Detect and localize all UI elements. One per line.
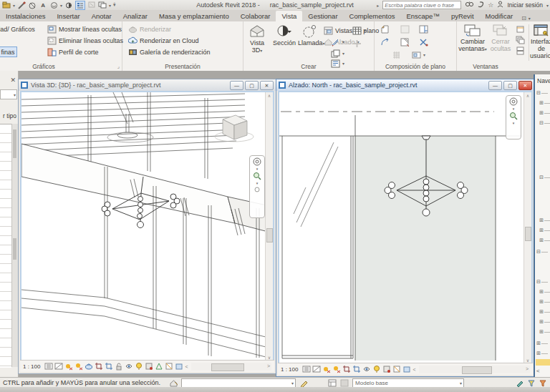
panel-label-composicion[interactable]: Composición de plano	[375, 63, 456, 70]
tree-collapse-icon[interactable]: ⊟	[536, 249, 548, 254]
duplicate-view-icon[interactable]: ▾	[331, 49, 344, 58]
tile-windows-icon[interactable]	[516, 46, 525, 55]
zoom-icon[interactable]	[509, 112, 518, 120]
view-3d-button[interactable]: Vista 3D▾	[245, 24, 269, 54]
dialog-launcher-icon[interactable]: ⌟	[117, 64, 120, 69]
sun-path-icon[interactable]	[322, 365, 331, 373]
tree-expand-icon[interactable]: ⊞	[539, 100, 550, 105]
scroll-up-icon[interactable]: ∧	[266, 93, 273, 98]
undo-dropdown-icon[interactable]: ▾	[60, 3, 62, 8]
tab-anotar[interactable]: Anotar	[86, 11, 117, 21]
properties-close-icon[interactable]: ✕	[10, 77, 16, 84]
user-icon[interactable]	[497, 1, 503, 9]
shadows-icon[interactable]	[332, 365, 341, 373]
wheel-dropdown-icon[interactable]: ▾	[513, 107, 515, 111]
viewport-3d-titlebar[interactable]: Vista 3D: {3D} - rac_basic_sample_projec…	[19, 79, 276, 91]
tree-selected-item[interactable]	[536, 359, 550, 366]
hscroll-left-icon[interactable]: <	[185, 364, 188, 369]
detail-level-icon[interactable]	[302, 365, 311, 373]
viewport-elevation-vscrollbar[interactable]: ∧ ∨	[524, 92, 531, 363]
reveal-hidden-elements-icon[interactable]	[135, 362, 143, 371]
sun-path-icon[interactable]	[64, 362, 73, 371]
search-input[interactable]	[382, 1, 461, 9]
detail-level-icon[interactable]	[44, 362, 53, 371]
render-dialog-icon[interactable]	[85, 362, 93, 371]
measure-icon[interactable]	[17, 1, 26, 9]
section-button[interactable]: Sección	[272, 24, 296, 46]
hscroll-left-icon[interactable]: <	[412, 367, 415, 372]
close-icon[interactable]: ✕	[518, 81, 532, 90]
thin-lines-icon[interactable]	[75, 1, 85, 10]
communication-icon[interactable]	[49, 1, 58, 9]
text-icon[interactable]: A	[39, 1, 47, 9]
scroll-down-icon[interactable]: ∨	[524, 358, 531, 363]
drafting-view-icon[interactable]: ▾	[331, 37, 344, 46]
tab-modificar[interactable]: Modificar	[480, 11, 519, 21]
tree-expand-icon[interactable]: ⊞	[539, 289, 550, 294]
hide-analytical-model-icon[interactable]	[155, 362, 163, 371]
zoom-dropdown-icon[interactable]: ▾	[513, 121, 515, 125]
panel-label-presentacion[interactable]: Presentación	[122, 63, 243, 70]
autodesk360-icon[interactable]	[477, 1, 484, 9]
shadows-icon[interactable]	[74, 362, 83, 371]
viewport-elevation-titlebar[interactable]: Alzado: North - rac_basic_sample_project…	[276, 79, 534, 91]
restore-icon[interactable]: ▢	[245, 81, 259, 90]
viewport-elevation-hscrollbar[interactable]: >	[419, 366, 530, 373]
highlight-displacement-icon[interactable]	[165, 362, 173, 371]
minimize-icon[interactable]: —	[488, 81, 502, 90]
guide-grid-icon[interactable]	[400, 37, 410, 46]
tree-expand-icon[interactable]: ⊞	[539, 237, 550, 242]
minimize-icon[interactable]: —	[230, 81, 243, 90]
ribbon-state-icon[interactable]: ⊡	[521, 15, 526, 21]
tree-expand-icon[interactable]: ⊞	[539, 329, 550, 334]
temporary-view-properties-icon[interactable]	[382, 365, 391, 373]
highlight-displacement-icon[interactable]	[392, 365, 401, 373]
revisions-icon[interactable]	[380, 37, 390, 46]
restore-icon[interactable]: ▢	[503, 81, 517, 90]
visibility-graphics-button[interactable]: Visibilidad/ Gráficos	[0, 24, 35, 34]
temporary-view-properties-icon[interactable]	[145, 362, 153, 371]
reveal-hidden-elements-icon[interactable]	[372, 365, 381, 373]
sign-in-button[interactable]: Iniciar sesión	[507, 1, 543, 9]
type-selector[interactable]: ▾	[0, 89, 17, 99]
search-expand-icon[interactable]: ▸	[377, 3, 379, 8]
sign-in-dropdown-icon[interactable]: ▾	[546, 3, 549, 8]
aligned-dimension-icon[interactable]	[28, 1, 37, 9]
user-interface-button[interactable]: Interfaz de usuario▾	[530, 24, 550, 60]
show-crop-region-icon[interactable]	[105, 362, 113, 371]
switch-windows-icon[interactable]	[98, 1, 107, 9]
panel-label-crear[interactable]: Crear	[243, 63, 374, 70]
search-icon[interactable]	[465, 1, 473, 9]
scale-button[interactable]: 1 : 100	[23, 363, 40, 370]
hscroll-right-icon[interactable]: >	[526, 366, 529, 371]
viewport-3d-hscrollbar[interactable]: >	[191, 363, 271, 371]
tab-gestionar[interactable]: Gestionar	[302, 11, 343, 21]
hscroll-right-icon[interactable]: >	[267, 363, 270, 368]
schedules-icon[interactable]: ▾	[352, 26, 366, 35]
tab-pyrevit[interactable]: pyRevit	[445, 11, 480, 21]
tree-expand-icon[interactable]: ⊞	[539, 299, 550, 304]
open-icon[interactable]	[2, 1, 11, 9]
design-options-dropdown-icon[interactable]: ▾	[460, 381, 462, 386]
steering-wheel-icon[interactable]	[509, 97, 518, 106]
zoom-dropdown-icon[interactable]: ▾	[256, 181, 259, 185]
show-hidden-lines-button[interactable]: Mostrar líneas ocultas	[47, 24, 122, 34]
unlock-view-icon[interactable]	[115, 362, 123, 371]
tree-expand-icon[interactable]: ⊞	[539, 319, 550, 324]
tree-collapse-icon[interactable]: ⊟	[536, 90, 548, 95]
tree-expand-icon[interactable]: ⊞	[539, 110, 550, 115]
worksharing-display-icon[interactable]	[402, 365, 411, 373]
crop-view-icon[interactable]	[95, 362, 103, 371]
replicate-window-icon[interactable]	[516, 24, 525, 34]
viewports-icon[interactable]: ▾	[412, 50, 425, 59]
render-in-cloud-button[interactable]: Renderizar en Cloud	[128, 36, 199, 45]
wheel-dropdown-icon[interactable]: ▾	[256, 167, 259, 171]
tab-instalaciones[interactable]: Instalaciones	[0, 11, 51, 21]
crop-view-icon[interactable]	[342, 365, 351, 373]
show-crop-region-icon[interactable]	[352, 365, 361, 373]
browser-hscroll-left-icon[interactable]: <	[536, 368, 540, 374]
scroll-up-icon[interactable]: ∧	[524, 93, 531, 98]
cut-profile-button[interactable]: Perfil de corte	[47, 47, 99, 57]
viewport-3d-window[interactable]: Vista 3D: {3D} - rac_basic_sample_projec…	[18, 79, 276, 374]
navigation-bar[interactable]: ▾ ▾	[249, 155, 265, 218]
